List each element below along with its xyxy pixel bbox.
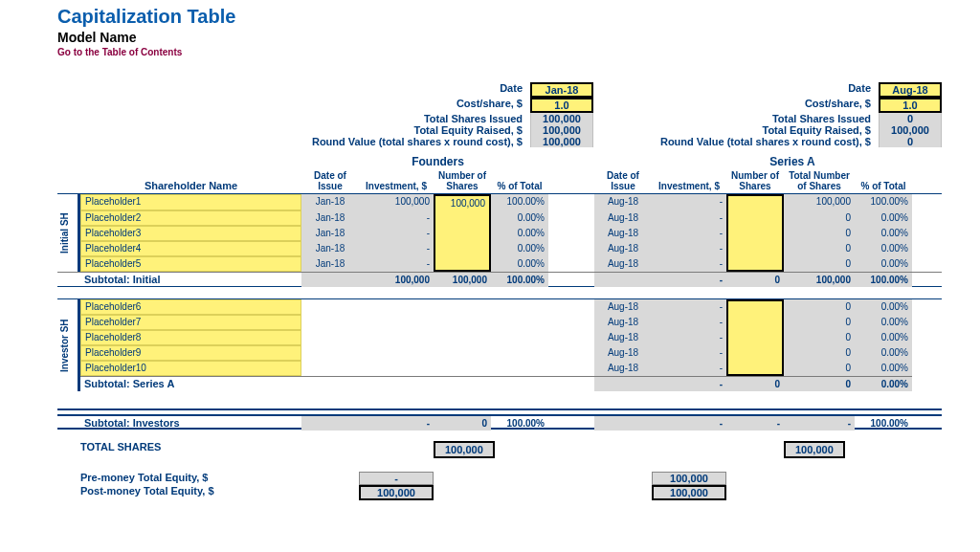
s-shares[interactable] xyxy=(726,241,784,256)
seriesa-roundval: 0 xyxy=(879,136,942,147)
postmoney-s: 100,000 xyxy=(652,485,726,500)
s-shares[interactable] xyxy=(726,256,784,272)
f-shares[interactable] xyxy=(434,226,491,241)
f-inv: - xyxy=(359,241,434,256)
s-pct: 0.00% xyxy=(855,330,912,345)
premoney-f: - xyxy=(359,472,434,485)
shareholder-name[interactable]: Placeholder6 xyxy=(80,299,301,315)
s-doi: Aug-18 xyxy=(594,299,652,315)
f-shares[interactable] xyxy=(434,210,491,226)
shareholder-name[interactable]: Placeholder10 xyxy=(80,361,301,376)
f-pct: 0.00% xyxy=(491,210,548,226)
premoney-s: 100,000 xyxy=(652,472,726,485)
subtotal-investors-label: Subtotal: Investors xyxy=(80,416,301,431)
founders-shares: 100,000 xyxy=(530,113,593,124)
f-shares[interactable]: 100,000 xyxy=(434,194,491,210)
col-nshares: Number of Shares xyxy=(434,170,491,191)
founders-date[interactable]: Jan-18 xyxy=(530,82,593,98)
shareholder-name[interactable]: Placeholder5 xyxy=(80,256,301,272)
s-totshares: 0 xyxy=(784,256,855,272)
col-shareholder: Shareholder Name xyxy=(80,180,301,191)
col-totshares: Total Number of Shares xyxy=(784,170,855,191)
s-doi: Aug-18 xyxy=(594,345,652,361)
subinv-s-inv: - xyxy=(652,416,726,431)
s-inv: - xyxy=(652,210,726,226)
subtotal-f-pct: 100.00% xyxy=(491,273,548,287)
investor-sh-group: Investor SH Placeholder6Aug-18-00.00%Pla… xyxy=(57,298,942,391)
shareholder-name[interactable]: Placeholder3 xyxy=(80,226,301,241)
subtotal-sa-sh: 0 xyxy=(726,376,784,391)
col-inv: Investment, $ xyxy=(359,181,434,191)
shareholder-name[interactable]: Placeholder1 xyxy=(80,194,301,210)
s-shares[interactable] xyxy=(726,345,784,361)
s-shares[interactable] xyxy=(726,315,784,330)
shareholder-name[interactable]: Placeholder7 xyxy=(80,315,301,330)
shareholder-name[interactable]: Placeholder4 xyxy=(80,241,301,256)
s-inv: - xyxy=(652,361,726,376)
s-shares[interactable] xyxy=(726,330,784,345)
s-shares[interactable] xyxy=(726,210,784,226)
column-headers: Shareholder Name Date of Issue Investmen… xyxy=(57,170,942,194)
col-pct: % of Total xyxy=(855,181,912,191)
subtotal-s-sh: 0 xyxy=(726,273,784,287)
toc-link[interactable]: Go to the Table of Contents xyxy=(57,47,942,57)
initial-subtotal: Subtotal: Initial 100,000 100,000 100.00… xyxy=(57,272,942,287)
initial-sh-label: Initial SH xyxy=(57,194,80,272)
cost-label: Cost/share, $ xyxy=(291,98,530,113)
s-doi: Aug-18 xyxy=(594,315,652,330)
s-pct: 0.00% xyxy=(855,210,912,226)
premoney-row: Pre-money Total Equity, $ - 100,000 xyxy=(57,472,942,485)
shareholder-name[interactable]: Placeholder2 xyxy=(80,210,301,226)
seriesa-date[interactable]: Aug-18 xyxy=(879,82,942,98)
page-title: Capitalization Table xyxy=(57,6,942,28)
s-shares[interactable] xyxy=(726,299,784,315)
s-inv: - xyxy=(652,315,726,330)
f-doi: Jan-18 xyxy=(301,194,359,210)
shares-label: Total Shares Issued xyxy=(639,113,879,124)
subtotal-sa-inv: - xyxy=(652,376,726,391)
s-inv: - xyxy=(652,299,726,315)
shareholder-name[interactable]: Placeholder8 xyxy=(80,330,301,345)
total-shares-f: 100,000 xyxy=(434,441,495,458)
f-pct: 100.00% xyxy=(491,194,548,210)
f-shares[interactable] xyxy=(434,241,491,256)
seriesa-cost[interactable]: 1.0 xyxy=(879,98,942,113)
seriesa-shares: 0 xyxy=(879,113,942,124)
s-pct: 0.00% xyxy=(855,345,912,361)
s-totshares: 0 xyxy=(784,315,855,330)
s-totshares: 0 xyxy=(784,361,855,376)
f-doi: Jan-18 xyxy=(301,210,359,226)
subinv-f-pct: 100.00% xyxy=(491,416,548,431)
subtotal-sa-tot: 0 xyxy=(784,376,855,391)
s-totshares: 0 xyxy=(784,330,855,345)
s-shares[interactable] xyxy=(726,194,784,210)
s-doi: Aug-18 xyxy=(594,361,652,376)
s-shares[interactable] xyxy=(726,361,784,376)
postmoney-row: Post-money Total Equity, $ 100,000 100,0… xyxy=(57,485,942,500)
f-inv: - xyxy=(359,256,434,272)
f-pct: 0.00% xyxy=(491,241,548,256)
total-shares-row: TOTAL SHARES 100,000 100,000 xyxy=(57,441,942,458)
shareholder-name[interactable]: Placeholder9 xyxy=(80,345,301,361)
f-pct: 0.00% xyxy=(491,256,548,272)
subtotal-seriesa-label: Subtotal: Series A xyxy=(80,376,301,391)
equity-label: Total Equity Raised, $ xyxy=(639,124,879,136)
f-inv: 100,000 xyxy=(359,194,434,210)
f-shares[interactable] xyxy=(434,256,491,272)
s-shares[interactable] xyxy=(726,226,784,241)
col-inv: Investment, $ xyxy=(652,181,726,191)
col-pct: % of Total xyxy=(491,181,548,191)
s-inv: - xyxy=(652,194,726,210)
model-name: Model Name xyxy=(57,30,942,45)
subinv-s-pct: 100.00% xyxy=(855,416,912,431)
seriesa-summary: Date Aug-18 Cost/share, $ 1.0 Total Shar… xyxy=(639,82,942,147)
subtotal-initial-label: Subtotal: Initial xyxy=(80,273,301,287)
s-inv: - xyxy=(652,256,726,272)
founders-cost[interactable]: 1.0 xyxy=(530,98,593,113)
total-shares-s: 100,000 xyxy=(784,441,845,458)
col-nshares: Number of Shares xyxy=(726,170,784,191)
s-doi: Aug-18 xyxy=(594,210,652,226)
subtotal-f-inv: 100,000 xyxy=(359,273,434,287)
f-doi: Jan-18 xyxy=(301,241,359,256)
subinv-f-inv: - xyxy=(359,416,434,431)
